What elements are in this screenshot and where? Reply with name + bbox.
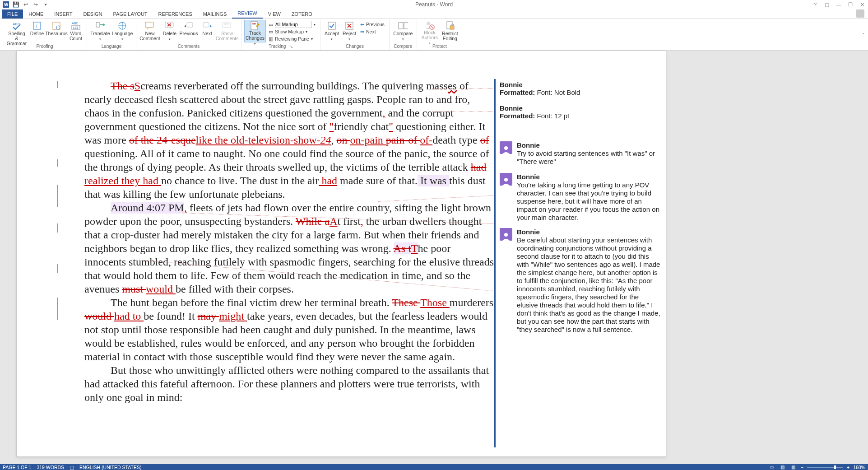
help-icon[interactable]: ?	[811, 0, 819, 9]
tab-view[interactable]: VIEW	[263, 9, 286, 19]
next-comment-button[interactable]: Next	[200, 20, 215, 42]
display-for-review-dropdown[interactable]: ▭▾	[267, 21, 317, 28]
avatar-icon	[500, 228, 512, 241]
qat-customize-icon[interactable]: ▾	[42, 0, 50, 9]
tab-home[interactable]: HOME	[23, 9, 49, 19]
redo-icon[interactable]: ↪	[32, 0, 40, 9]
print-layout-icon[interactable]: ▥	[779, 465, 786, 470]
translate-button[interactable]: Translate ▾	[90, 20, 111, 42]
tab-page-layout[interactable]: PAGE LAYOUT	[108, 9, 153, 19]
svg-rect-13	[145, 22, 153, 28]
read-mode-icon[interactable]: ▭	[768, 465, 775, 470]
collapse-ribbon-icon[interactable]: ˄	[862, 32, 864, 37]
word-count-button[interactable]: ABC123 Word Count	[68, 20, 84, 42]
language-icon	[117, 21, 127, 31]
svg-rect-27	[399, 23, 403, 29]
status-words[interactable]: 319 WORDS	[37, 465, 64, 470]
define-icon: i	[32, 21, 42, 31]
account-icon[interactable]	[856, 9, 864, 18]
chevron-down-icon: ▾	[331, 37, 333, 42]
tab-file[interactable]: FILE	[2, 9, 23, 19]
dialog-launcher-icon[interactable]: ↘	[290, 45, 293, 49]
ribbon-display-icon[interactable]: ▢	[823, 0, 831, 9]
avatar-icon	[500, 173, 512, 186]
restrict-editing-button[interactable]: Restrict Editing	[441, 20, 460, 42]
restrict-editing-icon	[445, 21, 455, 31]
accept-button[interactable]: Accept ▾	[323, 20, 340, 42]
status-language[interactable]: ENGLISH (UNITED STATES)	[79, 465, 141, 470]
next-change-icon: ➡	[360, 29, 364, 34]
title-bar: W 💾 ↩ ↪ ▾ Peanuts - Word ? ▢ — ❐ ✕	[0, 0, 868, 9]
tab-insert[interactable]: INSERT	[49, 9, 78, 19]
delete-comment-button[interactable]: Delete ▾	[162, 20, 178, 42]
chevron-down-icon: ▾	[254, 41, 256, 46]
zoom-in-icon[interactable]: +	[847, 465, 849, 470]
spelling-icon: ABC	[12, 21, 22, 31]
tab-design[interactable]: DESIGN	[78, 9, 107, 19]
tab-mailings[interactable]: MAILINGS	[198, 9, 232, 19]
reject-button[interactable]: Reject ▾	[341, 20, 357, 42]
new-comment-button[interactable]: New Comment	[139, 20, 161, 42]
comment-3[interactable]: Bonnie Be careful about starting your se…	[500, 228, 661, 334]
group-label-protect: Protect	[432, 43, 447, 50]
previous-comment-button[interactable]: Previous	[179, 20, 199, 42]
formatted-balloon-2[interactable]: Bonnie Formatted: Font: 12 pt	[500, 104, 569, 120]
zoom-level[interactable]: 160%	[853, 465, 865, 470]
show-markup-button[interactable]: ▭Show Markup ▾	[267, 28, 317, 35]
zoom-out-icon[interactable]: −	[801, 465, 803, 470]
previous-icon	[184, 21, 194, 31]
markup-icon: ▭	[269, 22, 273, 27]
svg-rect-25	[328, 22, 335, 29]
svg-rect-28	[404, 23, 408, 29]
tab-zotero[interactable]: ZOTERO	[286, 9, 318, 19]
comment-1[interactable]: Bonnie Try to avoid starting sentences w…	[500, 141, 661, 166]
delete-comment-icon	[165, 21, 175, 31]
ribbon-tabs: FILE HOME INSERT DESIGN PAGE LAYOUT REFE…	[0, 9, 868, 19]
status-page[interactable]: PAGE 1 OF 1	[3, 465, 31, 470]
svg-rect-3	[33, 22, 41, 29]
define-button[interactable]: i Define	[29, 20, 45, 42]
svg-text:W: W	[4, 2, 9, 7]
comment-2[interactable]: Bonnie You're taking a long time getting…	[500, 173, 661, 222]
close-icon[interactable]: ✕	[858, 0, 866, 9]
next-icon	[202, 21, 212, 31]
minimize-icon[interactable]: —	[835, 0, 843, 9]
document-area: The sScreams reverberated off the surrou…	[0, 51, 868, 464]
show-comments-button[interactable]: Show Comments	[216, 20, 238, 42]
block-authors-icon	[425, 21, 435, 30]
reviewing-pane-button[interactable]: ▥Reviewing Pane ▾	[267, 35, 317, 42]
restore-icon[interactable]: ❐	[846, 0, 854, 9]
spelling-grammar-button[interactable]: ABC Spelling & Grammar	[5, 20, 28, 42]
tab-review[interactable]: REVIEW	[232, 9, 262, 19]
document-page: The sScreams reverberated off the surrou…	[16, 51, 666, 457]
thesaurus-button[interactable]: Thesaurus	[46, 20, 67, 42]
svg-marker-11	[103, 23, 105, 26]
next-change-button[interactable]: ➡Next	[358, 28, 386, 35]
previous-change-button[interactable]: ⬅Previous	[358, 21, 386, 28]
svg-text:123: 123	[73, 26, 78, 29]
block-authors-button[interactable]: Block Authors ▾	[420, 20, 440, 42]
svg-line-31	[430, 25, 434, 29]
undo-icon[interactable]: ↩	[22, 0, 30, 9]
track-changes-button[interactable]: Track Changes ▾	[244, 20, 266, 42]
word-icon: W	[2, 0, 10, 9]
display-markup-value[interactable]	[275, 21, 312, 28]
tab-references[interactable]: REFERENCES	[153, 9, 198, 19]
group-label-compare: Compare	[394, 43, 412, 50]
formatted-balloon-1[interactable]: Bonnie Formatted: Font: Not Bold	[500, 81, 580, 96]
reviewing-pane-icon: ▥	[269, 36, 273, 42]
svg-rect-15	[187, 23, 193, 27]
group-tracking: Track Changes ▾ ▭▾ ▭Show Markup ▾ ▥Revie…	[241, 20, 320, 50]
group-changes: Accept ▾ Reject ▾ ⬅Previous ➡Next Change…	[320, 20, 390, 50]
web-layout-icon[interactable]: ▦	[790, 465, 797, 470]
compare-button[interactable]: Compare ▾	[392, 20, 414, 42]
language-button[interactable]: Language ▾	[111, 20, 133, 42]
zoom-slider[interactable]	[807, 467, 843, 468]
new-comment-icon	[145, 21, 155, 31]
proofing-icon[interactable]: ▢	[70, 465, 74, 470]
svg-point-29	[427, 22, 430, 25]
svg-point-6	[56, 26, 60, 29]
svg-point-35	[504, 178, 508, 181]
paragraph-1: The sScreams reverberated off the surrou…	[84, 79, 494, 201]
save-icon[interactable]: 💾	[12, 0, 20, 9]
